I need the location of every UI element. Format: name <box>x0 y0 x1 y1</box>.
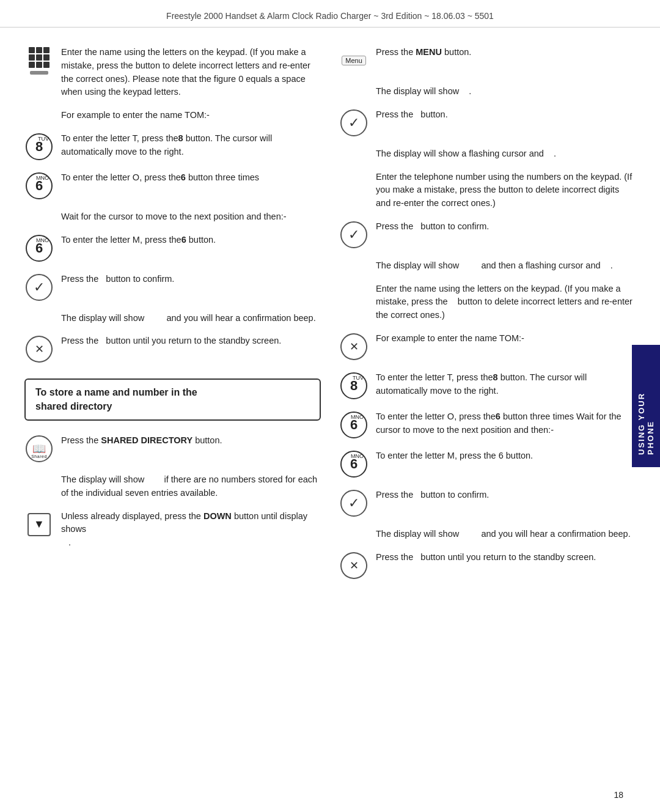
example-label: For example to enter the name TOM:- <box>61 109 321 122</box>
right-cross-icon-1: ✕ <box>339 332 369 361</box>
right-superscript-mno1: MNO <box>351 414 364 420</box>
right-check-row-2: ✓ Press the button to confirm. <box>339 220 636 249</box>
right-icon-8-tuv: TUV 8 <box>339 371 369 400</box>
right-8tuv-text: To enter the letter T, press the8 button… <box>376 371 636 398</box>
page-header: Freestyle 2000 Handset & Alarm Clock Rad… <box>0 0 660 28</box>
superscript-mno: MNO <box>36 175 49 181</box>
right-cross-icon-2: ✕ <box>339 551 369 580</box>
icon-8-tuv: TUV 8 <box>24 132 54 161</box>
left-item-2-text: To enter the letter M, press the6 button… <box>61 234 321 247</box>
intro-row: Enter the name using the letters on the … <box>24 46 321 99</box>
down-arrow-row: ▼ Unless already displayed, press the DO… <box>24 510 321 550</box>
icon-6-mno-2: MNO 6 <box>24 234 54 263</box>
menu-icon-box: Menu <box>339 46 369 75</box>
shared-icon-shape: 📖 Shared <box>26 435 53 462</box>
cross-icon-1: ✕ <box>24 334 54 364</box>
cross-icon-shape-r2: ✕ <box>337 549 370 582</box>
superscript-mno2: MNO <box>36 237 49 243</box>
right-display-show-2: The display will show and then a flashin… <box>376 259 636 273</box>
right-6mno-1-text: To enter the letter O, press the6 button… <box>376 410 636 437</box>
right-check-icon-3: ✓ <box>339 489 369 518</box>
left-item-4-text: Press the button until you return to the… <box>61 334 321 348</box>
keypad-grid-icon <box>29 47 50 75</box>
display-if-text: The display will show if there are no nu… <box>61 473 321 500</box>
right-6mno-2-text: To enter the letter M, press the 6 butto… <box>376 449 636 463</box>
wait-text: Wait for the cursor to move to the next … <box>61 210 321 224</box>
display-show-text: The display will show and you will hear … <box>61 312 321 325</box>
shared-dir-row: 📖 Shared Press the SHARED DIRECTORY butt… <box>24 434 321 463</box>
shared-label: Shared <box>31 454 47 459</box>
check-icon-shape-r3: ✓ <box>340 490 367 517</box>
left-column: Enter the name using the letters on the … <box>24 46 321 797</box>
keypad-icon-box <box>24 46 54 75</box>
right-menu-text: Press the MENU button. <box>376 46 636 59</box>
right-check-text-1: Press the button. <box>376 108 636 122</box>
menu-button-icon: Menu <box>342 56 366 65</box>
right-cross-row-2: ✕ Press the button until you return to t… <box>339 551 636 580</box>
check-icon-shape: ✓ <box>26 274 53 301</box>
check-icon-shape-r2: ✓ <box>340 221 367 248</box>
down-arrow-icon-shape: ▼ <box>28 513 51 536</box>
cross-icon-shape: ✕ <box>23 333 56 366</box>
right-cross-text-1: For example to enter the name TOM:- <box>376 332 636 345</box>
right-display-show-1: The display will show . <box>376 85 636 98</box>
right-check-icon-1: ✓ <box>339 108 369 138</box>
book-icon: 📖 <box>32 442 46 456</box>
header-title: Freestyle 2000 Handset & Alarm Clock Rad… <box>166 11 494 21</box>
right-display-confirm: The display will show and you will hear … <box>376 528 636 541</box>
right-enter-name-text: Enter the name using the letters on the … <box>376 282 636 322</box>
intro-text: Enter the name using the letters on the … <box>61 46 321 99</box>
highlight-title: To store a name and number in theshared … <box>35 386 310 413</box>
left-item-1: MNO 6 To enter the letter O, press the6 … <box>24 171 321 201</box>
right-check-row-3: ✓ Press the button to confirm. <box>339 489 636 518</box>
left-item-3: ✓ Press the button to confirm. <box>24 273 321 302</box>
right-check-icon-2: ✓ <box>339 220 369 249</box>
icon-6-mno: MNO 6 <box>24 171 54 201</box>
right-enter-phone-text: Enter the telephone number using the num… <box>376 171 636 210</box>
superscript-tuv: TUV <box>38 136 49 142</box>
right-icon-6-mno-2: MNO 6 <box>339 449 369 479</box>
page-number: 18 <box>614 790 623 800</box>
right-superscript-tuv: TUV <box>353 375 364 381</box>
right-icon-6-mno-1: MNO 6 <box>339 410 369 440</box>
down-arrow-text: Unless already displayed, press the DOWN… <box>61 510 321 550</box>
left-item-1-text: To enter the letter O, press the6 button… <box>61 171 321 185</box>
main-content: Enter the name using the letters on the … <box>0 28 660 809</box>
check-icon-1: ✓ <box>24 273 54 302</box>
right-check-text-2: Press the button to confirm. <box>376 220 636 234</box>
right-item-8tuv: TUV 8 To enter the letter T, press the8 … <box>339 371 636 400</box>
side-tab: USING YOUR PHONE <box>632 345 660 467</box>
left-item-0: TUV 8 To enter the letter T, press the8 … <box>24 132 321 161</box>
left-item-3-text: Press the button to confirm. <box>61 273 321 286</box>
right-display-flash: The display will show a flashing cursor … <box>376 147 636 161</box>
left-item-4: ✕ Press the button until you return to t… <box>24 334 321 364</box>
right-menu-row: Menu Press the MENU button. <box>339 46 636 75</box>
right-cross-row-1: ✕ For example to enter the name TOM:- <box>339 332 636 361</box>
check-icon-shape-r1: ✓ <box>340 109 367 136</box>
shared-dir-icon-box: 📖 Shared <box>24 434 54 463</box>
left-item-2: MNO 6 To enter the letter M, press the6 … <box>24 234 321 263</box>
shared-dir-text: Press the SHARED DIRECTORY button. <box>61 434 321 448</box>
right-column: Menu Press the MENU button. The display … <box>339 46 636 797</box>
right-check-text-3: Press the button to confirm. <box>376 489 636 502</box>
highlight-box: To store a name and number in theshared … <box>24 378 321 421</box>
right-item-6mno-1: MNO 6 To enter the letter O, press the6 … <box>339 410 636 440</box>
right-item-6mno-2: MNO 6 To enter the letter M, press the 6… <box>339 449 636 479</box>
cross-icon-shape-r1: ✕ <box>337 330 370 363</box>
side-tab-label: USING YOUR PHONE <box>637 357 655 455</box>
right-superscript-mno2: MNO <box>351 453 364 459</box>
left-item-0-text: To enter the letter T, press the8 button… <box>61 132 321 159</box>
right-check-row-1: ✓ Press the button. <box>339 108 636 138</box>
right-cross-text-2: Press the button until you return to the… <box>376 551 636 564</box>
down-arrow-icon-box: ▼ <box>24 510 54 539</box>
